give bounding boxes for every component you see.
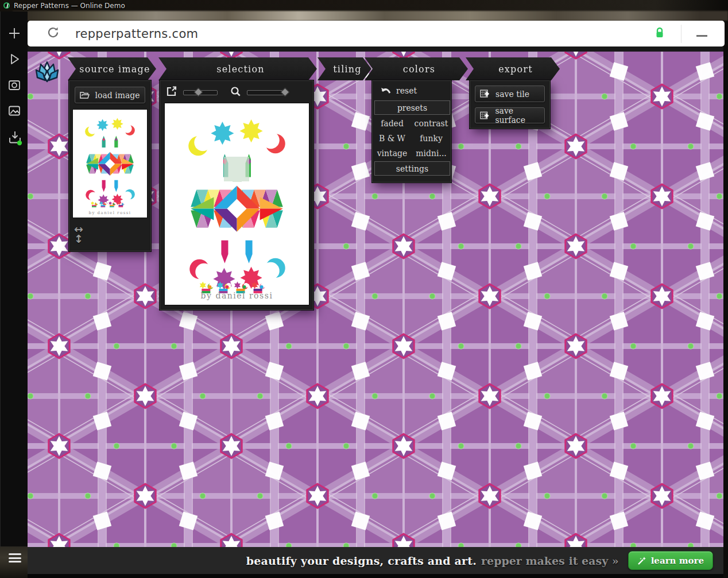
reset-button[interactable]: reset	[381, 86, 417, 95]
panel-title: colors	[397, 64, 435, 75]
source-thumbnail: by daniel rossi	[73, 110, 147, 218]
minimize-icon[interactable]	[696, 35, 707, 37]
repper-logo	[32, 55, 63, 86]
selection-panel: by daniel rossi	[160, 80, 313, 310]
pan-slider[interactable]	[183, 90, 218, 95]
tab-selection[interactable]: selection	[158, 57, 317, 80]
menu-icon[interactable]	[9, 553, 21, 563]
preset-vintage[interactable]: vintage	[373, 149, 412, 158]
screen: Repper Patterns — Online Demo	[0, 0, 728, 578]
window-edge	[28, 46, 723, 52]
pan-icon	[166, 86, 177, 99]
zoom-icon	[230, 86, 241, 99]
desktop-background	[13, 11, 728, 21]
zoom-slider[interactable]	[247, 90, 287, 95]
tab-export[interactable]: export	[466, 57, 560, 80]
zoom-slider-thumb[interactable]	[281, 87, 290, 96]
source-image-panel: load image by daniel rossi ↔ ↕	[69, 80, 151, 251]
window-title: Repper Patterns — Online Demo	[14, 2, 125, 10]
tab-tiling[interactable]: tiling	[317, 57, 371, 80]
save-tile-button[interactable]: save tile	[475, 86, 545, 102]
footer-bar: beautify your designs, crafts and art. r…	[28, 547, 723, 574]
import-icon[interactable]	[7, 130, 21, 143]
preset-faded[interactable]: faded	[373, 119, 412, 128]
preset-funky[interactable]: funky	[412, 134, 451, 143]
lock-icon[interactable]	[655, 26, 665, 41]
preset-bw[interactable]: B & W	[373, 134, 412, 143]
panel-title: tiling	[327, 64, 362, 75]
save-surface-button[interactable]: save surface	[475, 107, 545, 123]
export-panel: save tile save surface	[470, 80, 550, 129]
panel-title: source image	[73, 64, 150, 75]
camera-icon[interactable]	[7, 78, 21, 92]
load-image-button[interactable]: load image	[75, 87, 145, 103]
thumbnail-credit: by daniel rossi	[73, 211, 147, 215]
app-logo-icon	[3, 2, 10, 9]
play-icon[interactable]	[7, 52, 21, 66]
window-titlebar: Repper Patterns — Online Demo	[0, 0, 728, 11]
pan-slider-thumb[interactable]	[194, 87, 203, 96]
address-bar[interactable]: repperpatterns.com	[28, 21, 725, 46]
panel-title: selection	[211, 64, 265, 75]
save-surface-icon	[480, 111, 490, 120]
flip-vertical-icon[interactable]: ↕	[74, 234, 83, 244]
preview-credit: by daniel rossi	[165, 291, 309, 300]
selection-preview[interactable]: by daniel rossi	[165, 103, 309, 305]
tab-colors[interactable]: colors	[365, 57, 468, 80]
sidebar	[0, 11, 28, 546]
folder-icon	[80, 91, 90, 99]
panel-title: export	[493, 64, 533, 75]
window-bottom-edge	[28, 574, 723, 578]
divider	[681, 25, 681, 43]
sidebar-footer	[0, 546, 28, 578]
preset-contrast[interactable]: contrast	[412, 119, 451, 128]
image-icon[interactable]	[7, 104, 21, 118]
colors-panel: reset presets faded contrast B & W funky…	[372, 80, 451, 183]
preset-midnight[interactable]: midni...	[412, 149, 451, 158]
wand-icon	[637, 556, 646, 565]
tagline-muted: repper makes it easy »	[481, 554, 619, 567]
learn-more-button[interactable]: learn more	[628, 551, 713, 570]
selection-marquee[interactable]	[220, 150, 254, 185]
presets-header-button[interactable]: presets	[374, 100, 450, 115]
tagline-strong: beautify your designs, crafts and art.	[246, 554, 477, 567]
tab-source-image[interactable]: source image	[68, 57, 156, 80]
url-text[interactable]: repperpatterns.com	[75, 27, 198, 41]
undo-icon	[381, 87, 392, 95]
settings-button[interactable]: settings	[374, 161, 450, 176]
save-tile-icon	[480, 90, 490, 98]
reload-icon[interactable]	[46, 25, 60, 42]
plus-icon[interactable]	[7, 26, 21, 40]
